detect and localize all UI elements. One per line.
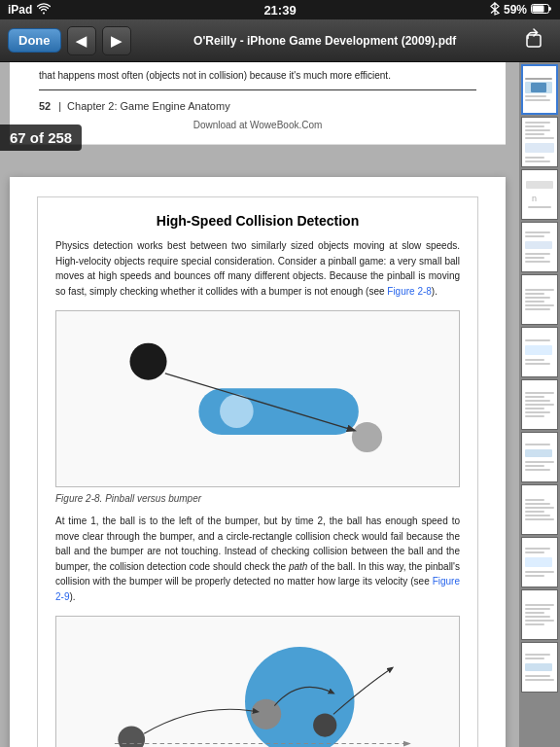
thumbnail-12[interactable] [521,642,558,693]
figure-2-9-box [55,616,460,747]
section-para2: At time 1, the ball is to the left of th… [55,514,460,604]
prev-icon: ◀ [76,33,87,49]
figure-2-9-diagram [64,624,451,747]
next-page-button[interactable]: ▶ [102,26,131,55]
section-title: High-Speed Collision Detection [55,213,460,229]
footer-chapter: Chapter 2: Game Engine Anatomy [67,98,230,115]
thumbnail-7[interactable] [521,379,558,430]
svg-point-3 [129,343,166,380]
thumbnail-3[interactable]: n [521,169,558,220]
thumbnail-8[interactable] [521,432,558,482]
figure-2-9-link[interactable]: Figure 2-9 [55,576,460,602]
current-page: High-Speed Collision Detection Physics d… [10,177,506,747]
bluetooth-icon [490,2,500,18]
thumbnail-9[interactable] [521,484,558,535]
svg-rect-13 [531,83,546,92]
toolbar: Done ◀ ▶ O'Reilly - iPhone Game Developm… [0,19,560,62]
figure-2-8-diagram [64,319,451,475]
figure-2-8-link[interactable]: Figure 2-8 [387,286,432,297]
status-bar: iPad 21:39 59% [0,0,560,19]
svg-rect-2 [527,35,541,47]
prev-page-content: that happens most often (objects not in … [10,62,506,145]
svg-point-8 [245,647,354,747]
page-counter: 67 of 258 [0,124,82,151]
share-button[interactable] [519,25,552,55]
svg-point-6 [352,422,382,452]
footer-page-num: 52 [39,98,51,115]
prev-page-text: that happens most often (objects not in … [39,68,476,84]
figure-2-8-box [55,310,460,487]
figure-2-8-caption: Figure 2-8. Pinball versus bumper [55,493,460,504]
section-box: High-Speed Collision Detection Physics d… [37,196,478,747]
thumbnail-10[interactable] [521,537,558,587]
thumbnail-2[interactable] [521,117,558,167]
battery-percent: 59% [504,3,527,17]
thumbnail-11[interactable] [521,589,558,640]
prev-page-button[interactable]: ◀ [67,26,96,55]
next-icon: ▶ [111,33,122,49]
svg-text:n: n [532,194,537,203]
svg-rect-1 [533,5,544,12]
svg-point-11 [313,713,336,736]
footer-separator: | [58,98,61,115]
done-button[interactable]: Done [8,28,61,53]
svg-point-5 [220,394,254,428]
battery-icon [531,3,552,18]
page-footer: 52 | Chapter 2: Game Engine Anatomy [39,89,476,115]
thumbnail-1[interactable] [521,64,558,115]
footer-download: Download at WoweBook.Com [39,118,476,132]
thumbnail-5[interactable] [521,274,558,325]
main-content: 67 of 258 that happens most often (objec… [0,62,560,747]
document-title: O'Reilly - iPhone Game Development (2009… [137,34,514,48]
thumbnail-strip: n [519,62,560,747]
thumbnail-4[interactable] [521,222,558,272]
wifi-icon [37,3,51,18]
thumbnail-6[interactable] [521,327,558,377]
section-para1: Physics detection works best between two… [55,238,460,299]
time-display: 21:39 [263,3,296,18]
carrier-label: iPad [8,3,32,17]
